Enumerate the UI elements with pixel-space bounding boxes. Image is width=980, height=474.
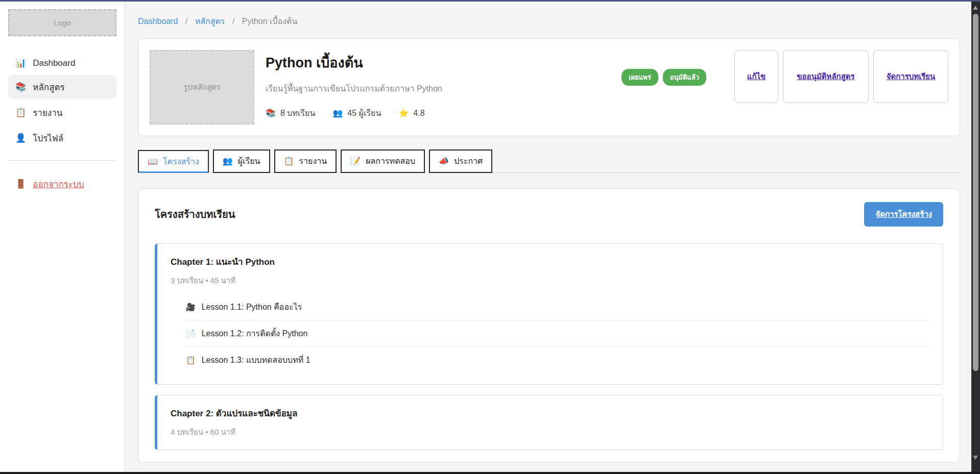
structure-heading: โครงสร้างบทเรียน (155, 206, 235, 222)
logout-link[interactable]: 🚪 ออกจากระบบ (8, 172, 116, 196)
megaphone-icon: 📣 (439, 156, 449, 166)
manage-lessons-link[interactable]: จัดการบทเรียน (887, 70, 936, 83)
sidebar-nav: 📊 Dashboard 📚 หลักสูตร 📋 รายงาน 👤 โปรไฟล… (8, 53, 116, 150)
tab-students[interactable]: 👥 ผู้เรียน (213, 149, 270, 173)
students-count-stat: 👥 45 ผู้เรียน (332, 107, 381, 119)
memo-icon: 📝 (350, 156, 361, 166)
breadcrumb-link-courses[interactable]: หลักสูตร (195, 17, 225, 26)
tab-label: ผลการทดสอบ (366, 155, 415, 167)
books-icon: 📚 (266, 108, 276, 118)
tab-label: ประกาศ (454, 155, 483, 167)
sidebar-item-courses[interactable]: 📚 หลักสูตร (8, 75, 116, 99)
logout-label: ออกจากระบบ (33, 177, 84, 191)
course-header-card: รูปหลักสูตร Python เบื้องต้น เรียนรู้พื้… (138, 38, 960, 136)
chapter-meta: 3 บทเรียน • 45 นาที (171, 275, 929, 287)
course-image-placeholder: รูปหลักสูตร (150, 50, 254, 124)
breadcrumb-separator: / (185, 17, 187, 26)
sidebar-divider (8, 160, 116, 161)
structure-header: โครงสร้างบทเรียน จัดการโครงสร้าง (155, 202, 943, 227)
sidebar: Logo 📊 Dashboard 📚 หลักสูตร 📋 รายงาน 👤 โ… (0, 2, 125, 474)
scrollbar-down-arrow-icon[interactable] (973, 456, 978, 460)
video-camera-icon: 🎥 (186, 303, 196, 312)
lesson-list: 🎥 Lesson 1.1: Python คืออะไร 📄 Lesson 1.… (186, 294, 929, 373)
rating-stat: ⭐ 4.8 (398, 107, 424, 119)
chapter-title: Chapter 2: ตัวแปรและชนิดข้อมูล (171, 406, 929, 420)
sidebar-item-dashboard[interactable]: 📊 Dashboard (8, 53, 116, 73)
course-tabs: 📖 โครงสร้าง 👥 ผู้เรียน 📋 รายงาน 📝 ผลการท… (138, 149, 960, 173)
course-info: Python เบื้องต้น เรียนรู้พื้นฐานการเขียน… (266, 50, 622, 124)
window-bottom-edge (0, 472, 980, 474)
sidebar-item-label: Dashboard (33, 58, 75, 68)
scrollbar-thumb[interactable] (973, 14, 978, 371)
edit-course-button[interactable]: แก้ไข (734, 50, 778, 103)
chapter-title: Chapter 1: แนะนำ Python (171, 255, 929, 268)
course-title: Python เบื้องต้น (266, 52, 622, 73)
sidebar-item-label: โปรไฟล์ (33, 131, 63, 145)
people-icon: 👥 (223, 156, 233, 166)
tab-announcements[interactable]: 📣 ประกาศ (429, 149, 492, 173)
lesson-row[interactable]: 📋 Lesson 1.3: แบบทดสอบบทที่ 1 (186, 347, 929, 373)
edit-course-link[interactable]: แก้ไข (747, 70, 766, 83)
chapter-card-2: Chapter 2: ตัวแปรและชนิดข้อมูล 4 บทเรียน… (155, 395, 943, 450)
manage-structure-button[interactable]: จัดการโครงสร้าง (864, 202, 943, 227)
chapter-card-1: Chapter 1: แนะนำ Python 3 บทเรียน • 45 น… (155, 243, 943, 385)
published-badge: เผยแพร่ (622, 69, 658, 86)
bar-chart-icon: 📊 (15, 58, 26, 68)
breadcrumb-separator: / (232, 17, 234, 26)
sidebar-item-label: รายงาน (33, 106, 62, 119)
person-icon: 👤 (15, 133, 26, 143)
manage-lessons-button[interactable]: จัดการบทเรียน (873, 50, 948, 103)
rating-value: 4.8 (413, 109, 424, 118)
structure-card: โครงสร้างบทเรียน จัดการโครงสร้าง Chapter… (138, 188, 960, 463)
breadcrumb: Dashboard / หลักสูตร / Python เบื้องต้น (138, 15, 960, 28)
course-description: เรียนรู้พื้นฐานการเขียนโปรแกรมด้วยภาษา P… (266, 82, 622, 95)
lessons-count-stat: 📚 8 บทเรียน (266, 107, 315, 119)
course-header-right: เผยแพร่ อนุมัติแล้ว แก้ไข ขออนุมัติหลักส… (622, 50, 948, 124)
lessons-count-label: 8 บทเรียน (280, 107, 315, 119)
open-book-icon: 📖 (148, 157, 158, 166)
course-stats: 📚 8 บทเรียน 👥 45 ผู้เรียน ⭐ 4.8 (266, 107, 622, 119)
chapter-meta: 4 บทเรียน • 60 นาที (171, 426, 929, 438)
lesson-title: Lesson 1.2: การติดตั้ง Python (202, 327, 308, 340)
tab-structure[interactable]: 📖 โครงสร้าง (138, 150, 209, 173)
clipboard-icon: 📋 (186, 356, 196, 365)
app-root: Logo 📊 Dashboard 📚 หลักสูตร 📋 รายงาน 👤 โ… (0, 2, 980, 474)
request-approval-button[interactable]: ขออนุมัติหลักสูตร (783, 50, 869, 103)
approved-badge: อนุมัติแล้ว (663, 69, 706, 86)
books-icon: 📚 (15, 82, 26, 92)
tab-label: โครงสร้าง (163, 155, 199, 168)
logo-placeholder: Logo (8, 9, 116, 36)
scrollbar-up-arrow-icon[interactable] (973, 6, 978, 10)
breadcrumb-link-dashboard[interactable]: Dashboard (138, 17, 178, 26)
request-approval-link[interactable]: ขออนุมัติหลักสูตร (797, 70, 854, 83)
tab-label: รายงาน (299, 155, 327, 167)
sidebar-item-profile[interactable]: 👤 โปรไฟล์ (8, 126, 116, 150)
lesson-title: Lesson 1.3: แบบทดสอบบทที่ 1 (202, 354, 310, 366)
tab-test-results[interactable]: 📝 ผลการทดสอบ (341, 149, 425, 173)
lesson-row[interactable]: 📄 Lesson 1.2: การติดตั้ง Python (186, 320, 929, 347)
people-icon: 👥 (332, 108, 343, 118)
main-content: Dashboard / หลักสูตร / Python เบื้องต้น … (125, 2, 971, 474)
tab-reports[interactable]: 📋 รายงาน (274, 149, 337, 173)
breadcrumb-current: Python เบื้องต้น (242, 17, 298, 26)
lesson-title: Lesson 1.1: Python คืออะไร (202, 301, 302, 313)
tab-label: ผู้เรียน (238, 155, 260, 167)
lesson-row[interactable]: 🎥 Lesson 1.1: Python คืออะไร (186, 294, 929, 320)
star-icon: ⭐ (398, 108, 409, 118)
sidebar-item-label: หลักสูตร (33, 80, 64, 94)
clipboard-icon: 📋 (284, 156, 294, 166)
door-icon: 🚪 (15, 179, 26, 189)
students-count-label: 45 ผู้เรียน (347, 107, 381, 119)
clipboard-icon: 📋 (15, 107, 26, 118)
sidebar-item-reports[interactable]: 📋 รายงาน (8, 101, 116, 124)
document-icon: 📄 (186, 329, 196, 338)
vertical-scrollbar[interactable] (971, 2, 980, 474)
status-badges: เผยแพร่ อนุมัติแล้ว (622, 69, 706, 86)
